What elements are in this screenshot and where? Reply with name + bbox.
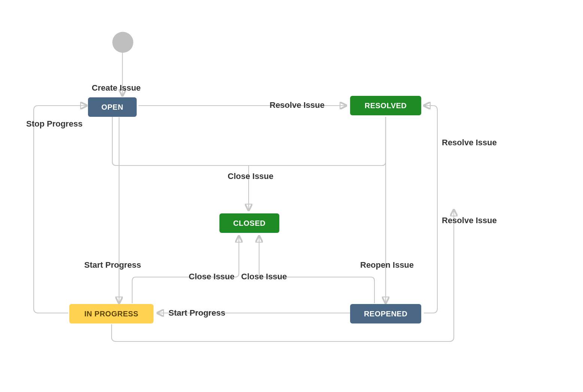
transition-stop-progress: Stop Progress xyxy=(26,119,82,129)
state-label: OPEN xyxy=(101,103,124,112)
state-label: IN PROGRESS xyxy=(84,310,138,318)
transition-reopen-issue: Reopen Issue xyxy=(360,260,414,270)
state-closed: CLOSED xyxy=(219,213,279,233)
state-label: CLOSED xyxy=(233,219,265,228)
transition-create-issue: Create Issue xyxy=(92,83,141,93)
transition-close-issue-right: Close Issue xyxy=(241,272,287,282)
state-resolved: RESOLVED xyxy=(350,96,421,115)
state-label: RESOLVED xyxy=(365,101,407,110)
transition-start-progress-1: Start Progress xyxy=(84,260,141,270)
transition-close-issue-top: Close Issue xyxy=(228,171,273,181)
state-in-progress: IN PROGRESS xyxy=(69,304,154,323)
transition-resolve-issue-2: Resolve Issue xyxy=(442,138,497,148)
workflow-diagram: OPEN RESOLVED CLOSED IN PROGRESS REOPENE… xyxy=(0,0,583,392)
transition-resolve-issue-3: Resolve Issue xyxy=(442,216,497,225)
start-node xyxy=(112,32,133,53)
transition-close-issue-left: Close Issue xyxy=(189,272,234,282)
state-label: REOPENED xyxy=(364,310,407,318)
edges-layer xyxy=(0,0,583,392)
transition-resolve-issue-1: Resolve Issue xyxy=(270,100,325,110)
state-reopened: REOPENED xyxy=(350,304,421,323)
transition-start-progress-2: Start Progress xyxy=(168,308,225,318)
state-open: OPEN xyxy=(88,97,137,117)
